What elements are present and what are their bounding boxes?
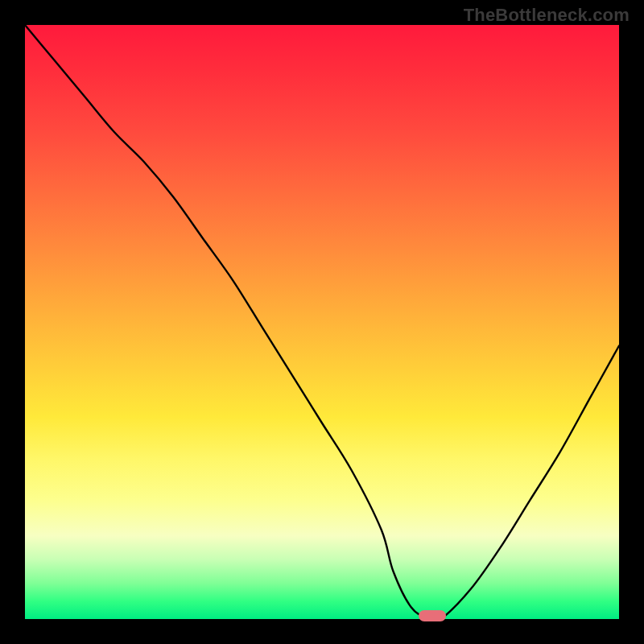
watermark-text: TheBottleneck.com — [464, 5, 630, 26]
bottleneck-curve — [25, 25, 619, 619]
curve-path — [25, 25, 619, 621]
plot-area — [25, 25, 619, 619]
optimum-marker — [419, 610, 446, 621]
chart-frame: TheBottleneck.com — [0, 0, 644, 644]
